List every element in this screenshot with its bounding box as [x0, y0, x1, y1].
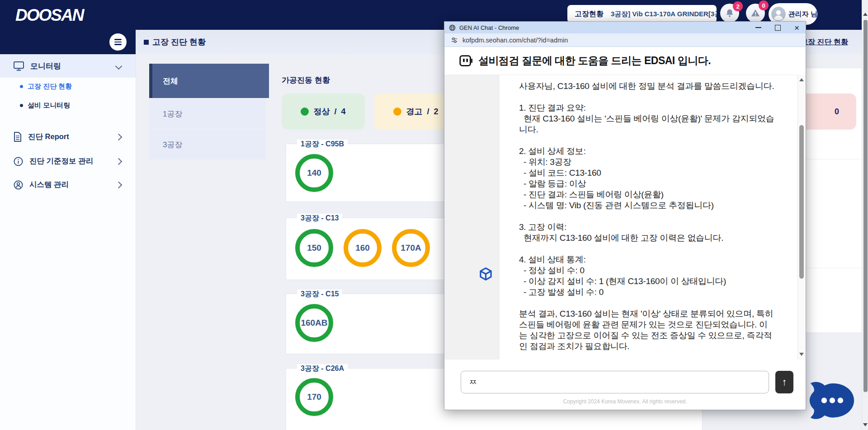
- chat-input[interactable]: [461, 371, 769, 393]
- bot-cube-icon: [479, 267, 493, 281]
- status-count: 0: [835, 107, 839, 117]
- hamburger-menu-button[interactable]: [109, 33, 127, 51]
- tab-label: 전체: [163, 76, 178, 86]
- sidebar-item-equipment-monitoring[interactable]: 설비 모니터링: [0, 96, 136, 115]
- up-arrow-icon: ↑: [782, 376, 787, 388]
- site-controls-icon: [451, 37, 458, 44]
- scroll-down-icon[interactable]: [863, 423, 868, 426]
- status-count: 2: [434, 107, 439, 117]
- gauge-value: 170A: [401, 243, 421, 253]
- status-label: 정상: [313, 106, 330, 117]
- scroll-up-icon[interactable]: [863, 13, 868, 16]
- panel-legend: 3공장 - C15: [297, 290, 342, 299]
- sidebar-item-label: 모니터링: [30, 61, 61, 71]
- title-square-icon: [144, 40, 149, 45]
- panel-legend: 3공장 - C26A: [297, 364, 348, 374]
- status-label: 경고: [406, 106, 422, 117]
- scroll-up-icon[interactable]: [799, 78, 804, 81]
- sidebar-subitem-label: 고장 진단 현황: [28, 82, 72, 91]
- green-dot-icon: [301, 108, 309, 116]
- gauge-value: 160AB: [301, 318, 327, 328]
- page-scrollbar[interactable]: [862, 0, 868, 430]
- robot-icon: [459, 54, 473, 67]
- assistant-header-text: 설비점검 질문에 대한 도움을 드리는 EDSAI 입니다.: [478, 54, 711, 68]
- gauge-140[interactable]: 140: [295, 154, 333, 192]
- panel-divider: [797, 159, 862, 159]
- tab-factory-1[interactable]: 1공장: [149, 99, 266, 129]
- panel-legend: 3공장 - C13: [297, 214, 342, 223]
- rocketchat-bubble-icon: [808, 379, 855, 423]
- gauge-value: 140: [307, 168, 321, 178]
- chat-scrollbar-thumb[interactable]: [799, 125, 804, 279]
- window-title: GEN AI Chat - Chrome: [459, 24, 519, 31]
- maximize-button[interactable]: [775, 25, 781, 31]
- chat-scrollbar[interactable]: [797, 75, 806, 360]
- minimize-button[interactable]: [755, 27, 761, 28]
- status-count: 4: [341, 107, 346, 117]
- sidebar-item-diagnosis-report[interactable]: 진단 Report: [0, 125, 136, 149]
- bullet-icon: [20, 104, 23, 107]
- window-titlebar[interactable]: GEN AI Chat - Chrome ×: [444, 22, 806, 33]
- status-card-normal[interactable]: 정상 / 4: [282, 93, 365, 130]
- chat-footer: ↑ Copyright 2024 Korea Movenex. All righ…: [444, 360, 806, 410]
- sidebar-item-monitoring[interactable]: 모니터링: [0, 54, 136, 78]
- close-button[interactable]: ×: [794, 23, 799, 32]
- gauge-170[interactable]: 170: [295, 378, 333, 416]
- tab-factory-3[interactable]: 3공장: [149, 130, 266, 159]
- scroll-down-icon[interactable]: [799, 353, 804, 356]
- separator: /: [334, 107, 336, 117]
- warning-triangle-icon: [750, 8, 760, 18]
- separator: /: [427, 107, 429, 117]
- sidebar-item-diagnosis-reference[interactable]: 진단 기준정보 관리: [0, 150, 136, 173]
- orange-dot-icon: [393, 108, 401, 116]
- assistant-header: 설비점검 질문에 대한 도움을 드리는 EDSAI 입니다.: [444, 47, 806, 75]
- tab-label: 1공장: [163, 109, 182, 119]
- sidebar-top-strip: [0, 30, 136, 54]
- chevron-right-icon: [115, 181, 123, 188]
- chat-avatar-column: [444, 75, 500, 360]
- fault-ticker[interactable]: 고장현황 3공장] Vib C13-170A GRINDER[3공장] Vib: [567, 5, 717, 23]
- bullet-icon: [20, 85, 23, 88]
- avatar: [771, 6, 786, 22]
- chevron-right-icon: [115, 133, 123, 140]
- doosan-logo: DOOSAN: [15, 6, 83, 25]
- ticker-text: 3공장] Vib C13-170A GRINDER[3공장] Vib: [611, 10, 717, 19]
- assistant-message: 사용자님, C13-160 설비에 대한 정밀 분석 결과를 말씀드리겠습니다.…: [519, 81, 775, 352]
- gauge-value: 170: [307, 392, 321, 402]
- monitor-icon: [14, 61, 24, 71]
- fault-status-link[interactable]: 고장 진단 현황: [801, 37, 848, 47]
- chevron-down-icon: [115, 62, 123, 70]
- chat-message-area: 사용자님, C13-160 설비에 대한 정밀 분석 결과를 말씀드리겠습니다.…: [500, 75, 797, 360]
- chat-launcher-button[interactable]: [808, 379, 855, 425]
- gauge-160[interactable]: 160: [344, 229, 382, 267]
- gauge-150[interactable]: 150: [295, 229, 333, 267]
- info-icon: [14, 157, 23, 166]
- tab-all-factories[interactable]: 전체: [149, 64, 269, 98]
- gauge-160ab[interactable]: 160AB: [295, 304, 333, 342]
- user-settings-icon: [14, 180, 23, 190]
- globe-icon: [449, 24, 456, 31]
- copyright-text: Copyright 2024 Korea Movenex. All rights…: [444, 398, 806, 405]
- section-title-vibration-status: 가공진동 현황: [282, 75, 330, 85]
- sidebar-subitem-label: 설비 모니터링: [28, 101, 70, 110]
- page-scrollbar-thumb[interactable]: [863, 20, 868, 392]
- document-icon: [14, 132, 22, 142]
- panel-divider: [797, 268, 862, 268]
- user-name: 관리자 님: [788, 10, 817, 19]
- gauge-170a[interactable]: 170A: [392, 229, 430, 267]
- url-bar[interactable]: kofpdm.seohan.com/chat/?id=admin: [444, 33, 806, 47]
- send-button[interactable]: ↑: [775, 371, 793, 393]
- panel-legend: 1공장 - C95B: [297, 140, 348, 149]
- sidebar-item-label: 진단 기준정보 관리: [29, 156, 93, 166]
- bell-badge: 2: [733, 1, 743, 11]
- gauge-value: 150: [307, 243, 321, 253]
- gen-ai-chat-window: GEN AI Chat - Chrome × kofpdm.seohan.com…: [444, 21, 806, 410]
- chevron-right-icon: [115, 158, 123, 165]
- sidebar: 모니터링 고장 진단 현황 설비 모니터링 진단 Report 진단 기준정보 …: [0, 54, 136, 430]
- sidebar-item-fault-diagnosis[interactable]: 고장 진단 현황: [0, 77, 136, 96]
- chat-body: 사용자님, C13-160 설비에 대한 정밀 분석 결과를 말씀드리겠습니다.…: [444, 75, 806, 360]
- url-text: kofpdm.seohan.com/chat/?id=admin: [462, 37, 568, 44]
- tab-label: 3공장: [163, 140, 182, 150]
- sidebar-item-system-management[interactable]: 시스템 관리: [0, 173, 136, 196]
- warning-badge: 0: [759, 0, 769, 10]
